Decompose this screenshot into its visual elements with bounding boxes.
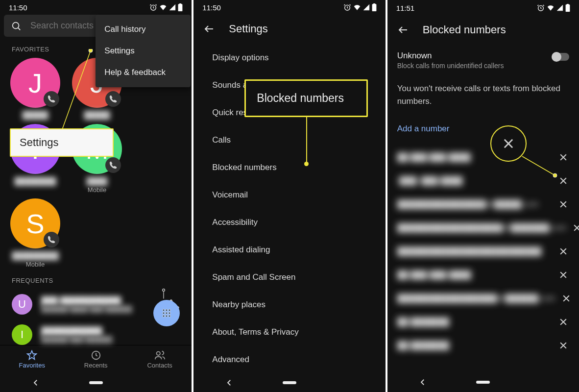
unknown-toggle-row[interactable]: Unknown Block calls from unidentified ca… bbox=[387, 45, 579, 75]
settings-calls[interactable]: Calls bbox=[193, 126, 385, 154]
settings-accessibility[interactable]: Accessibility bbox=[193, 209, 385, 236]
dialpad-fab[interactable] bbox=[153, 300, 180, 326]
home-pill[interactable] bbox=[283, 381, 296, 384]
close-icon bbox=[558, 176, 568, 186]
settings-spam-callscreen[interactable]: Spam and Call Screen bbox=[193, 264, 385, 291]
settings-blocked-numbers[interactable]: Blocked numbers bbox=[193, 154, 385, 181]
blocked-value: ██ ███-███-████ bbox=[397, 270, 552, 279]
app-header: Settings bbox=[193, 15, 385, 44]
close-icon bbox=[558, 270, 568, 280]
svg-rect-19 bbox=[372, 4, 376, 11]
callout-connector bbox=[306, 114, 307, 164]
status-time: 11:50 bbox=[202, 3, 221, 12]
callout-settings: Settings bbox=[10, 128, 114, 157]
remove-blocked-button[interactable] bbox=[557, 316, 569, 328]
status-bar: 11:50 bbox=[0, 0, 192, 15]
phone-icon bbox=[48, 95, 55, 103]
favorite-contact[interactable]: S █████████ Mobile bbox=[6, 198, 65, 268]
unknown-switch[interactable] bbox=[553, 53, 569, 61]
remove-blocked-button[interactable] bbox=[557, 198, 569, 210]
blocked-value: ██████████████████████████ bbox=[397, 247, 552, 256]
blocked-value: ████████████████@█████.com bbox=[397, 200, 552, 209]
nav-recents[interactable]: Recents bbox=[64, 345, 127, 373]
favorite-name: ████████ bbox=[14, 177, 56, 185]
call-badge[interactable] bbox=[44, 232, 59, 247]
settings-voicemail[interactable]: Voicemail bbox=[193, 181, 385, 209]
close-icon bbox=[558, 317, 568, 327]
status-bar: 11:51 bbox=[387, 0, 579, 16]
favorite-contact[interactable]: J █████ bbox=[6, 58, 65, 119]
favorite-type: Mobile bbox=[26, 261, 45, 268]
battery-icon bbox=[372, 3, 377, 11]
back-arrow-icon[interactable] bbox=[203, 23, 215, 35]
settings-nearby-places[interactable]: Nearby places bbox=[193, 291, 385, 318]
call-badge[interactable] bbox=[105, 157, 121, 173]
dialpad-icon bbox=[161, 307, 172, 319]
remove-blocked-button[interactable] bbox=[572, 222, 579, 234]
menu-help-feedback[interactable]: Help & feedback bbox=[96, 62, 191, 83]
favorite-name: █████ bbox=[22, 111, 48, 119]
status-icons bbox=[343, 3, 377, 11]
phone-icon bbox=[109, 161, 117, 169]
callout-connector bbox=[61, 49, 96, 132]
blocked-row: ██ ███████ bbox=[387, 334, 579, 357]
overflow-menu: Call history Settings Help & feedback bbox=[96, 15, 191, 87]
blocked-row: ██████████████████████████ bbox=[387, 240, 579, 263]
frequent-detail: ██████ ███ ██████ bbox=[41, 336, 180, 343]
home-pill[interactable] bbox=[89, 381, 103, 384]
close-icon bbox=[558, 341, 568, 350]
menu-settings[interactable]: Settings bbox=[96, 40, 191, 62]
settings-about-terms[interactable]: About, Terms & Privacy bbox=[193, 318, 385, 346]
blocked-row: ██████████████████@██████.com bbox=[387, 287, 579, 310]
call-badge[interactable] bbox=[105, 91, 121, 107]
clock-icon bbox=[91, 350, 101, 361]
app-header: Blocked numbers bbox=[387, 16, 579, 45]
page-title: Blocked numbers bbox=[423, 24, 506, 36]
unknown-title: Unknown bbox=[397, 51, 546, 61]
back-icon[interactable] bbox=[418, 378, 427, 387]
blocked-value: ███████████████████@███████.com bbox=[397, 223, 567, 232]
add-number-link[interactable]: Add a number bbox=[387, 114, 579, 146]
settings-assisted-dialing[interactable]: Assisted dialing bbox=[193, 236, 385, 264]
svg-point-13 bbox=[163, 289, 165, 292]
frequent-name: ███████████ bbox=[41, 327, 180, 336]
menu-call-history[interactable]: Call history bbox=[96, 19, 191, 40]
nav-contacts[interactable]: Contacts bbox=[128, 345, 192, 373]
call-badge[interactable] bbox=[44, 91, 59, 107]
settings-advanced[interactable]: Advanced bbox=[193, 346, 385, 373]
close-icon bbox=[502, 137, 515, 150]
battery-icon bbox=[178, 3, 183, 11]
svg-point-10 bbox=[163, 315, 165, 317]
back-icon[interactable] bbox=[31, 378, 40, 387]
remove-blocked-button[interactable] bbox=[557, 269, 569, 281]
svg-line-16 bbox=[62, 50, 91, 129]
blocked-value: ██████████████████@██████.com bbox=[397, 294, 555, 303]
svg-line-24 bbox=[522, 156, 555, 175]
back-icon[interactable] bbox=[225, 378, 234, 387]
close-icon bbox=[558, 152, 568, 162]
blocked-row: ███████████████████@███████.com bbox=[387, 216, 579, 240]
close-icon bbox=[558, 199, 568, 209]
remove-blocked-button[interactable] bbox=[557, 340, 569, 351]
nav-favorites[interactable]: Favorites bbox=[0, 345, 64, 373]
svg-point-11 bbox=[166, 315, 168, 317]
svg-point-5 bbox=[166, 309, 168, 311]
alarm-icon bbox=[149, 3, 157, 11]
settings-display-options[interactable]: Display options bbox=[193, 44, 385, 72]
status-time: 11:50 bbox=[9, 3, 27, 12]
home-pill[interactable] bbox=[476, 381, 490, 384]
remove-blocked-button[interactable] bbox=[557, 245, 569, 257]
system-nav bbox=[0, 373, 192, 392]
svg-point-17 bbox=[89, 49, 93, 52]
favorites-grid: J █████ J █████ Y ████████ M ████ Mobile… bbox=[0, 58, 192, 268]
callout-connector bbox=[521, 155, 560, 179]
status-time: 11:51 bbox=[396, 4, 415, 12]
back-arrow-icon[interactable] bbox=[397, 24, 409, 36]
svg-rect-2 bbox=[180, 3, 181, 4]
page-title: Settings bbox=[229, 23, 268, 35]
remove-blocked-button[interactable] bbox=[561, 293, 571, 304]
blocked-info-text: You won't receive calls or texts from bl… bbox=[387, 75, 579, 114]
status-icons bbox=[537, 4, 570, 12]
battery-icon bbox=[565, 4, 570, 12]
frequent-name: ███ ███████████ bbox=[41, 296, 160, 305]
